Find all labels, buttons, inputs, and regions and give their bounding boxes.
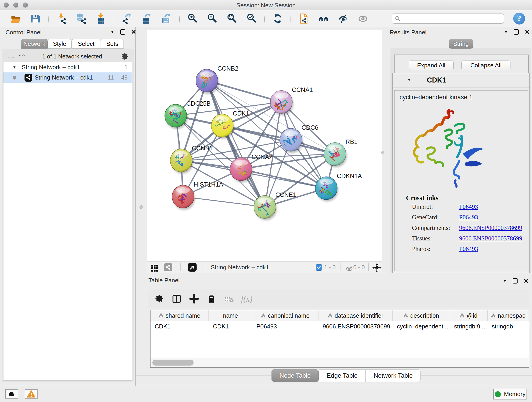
tab-edge-table[interactable]: Edge Table [319,370,366,382]
memory-button[interactable]: Memory [493,389,527,400]
table-panel: Table Panel ▼ ✕ f(x) [136,275,532,386]
column-header-name[interactable]: name [209,310,252,321]
tab-node-table[interactable]: Node Table [272,370,319,382]
network-edge[interactable] [183,197,265,207]
show-all-icon[interactable] [356,13,370,25]
column-header-description[interactable]: description [393,310,450,321]
export-table-icon[interactable] [140,13,153,25]
table-cell[interactable]: CDK1 [209,321,252,332]
crosslink-row: Pharos: P06493 [412,245,524,256]
selected-nodes-checkbox[interactable] [316,264,322,271]
save-session-icon[interactable] [28,13,42,25]
crosslink-link[interactable]: P06493 [459,203,478,211]
help-button[interactable]: ? [513,13,525,25]
crosslink-link[interactable]: P06493 [459,214,478,221]
warning-status-button[interactable] [25,389,38,399]
create-column-plus-icon[interactable] [189,294,199,304]
panel-close-icon[interactable]: ✕ [525,30,530,34]
panel-float-icon[interactable] [513,278,518,283]
export-image-icon[interactable] [159,13,173,25]
import-network-from-file-icon[interactable] [55,13,68,25]
table-cell[interactable]: P06493 [252,321,318,332]
tab-style[interactable]: Style [48,39,71,49]
crosslink-link[interactable]: 9606.ENSP00000378699 [459,224,522,231]
network-row[interactable]: String Network – cdk1 11 48 [3,72,132,83]
delete-columns-trash-icon[interactable] [206,294,217,304]
column-header-namespac[interactable]: namespac [488,310,529,321]
column-header-@id[interactable]: @id [450,310,488,321]
export-network-icon[interactable] [120,13,134,25]
network-collection-row[interactable]: ▼ String Network – cdk1 1 [3,62,132,72]
results-panel-title: Results Panel [390,29,426,36]
column-header-database-identifier[interactable]: database identifier [318,310,393,321]
tab-sets[interactable]: Sets [101,39,124,49]
network-node-rb1[interactable] [324,143,347,167]
network-node-ccna2[interactable] [230,158,255,182]
control-panel-title: Control Panel [6,29,42,36]
tab-select[interactable]: Select [71,39,101,49]
tab-network[interactable]: Network [21,39,48,49]
panel-close-icon[interactable]: ✕ [131,30,136,34]
import-network-from-database-icon[interactable] [74,13,88,25]
table-row[interactable]: CDK1CDK1P064939606.ENSP00000378699cyclin… [151,321,529,332]
apply-preferred-layout-icon[interactable] [271,13,285,25]
table-cell[interactable]: CDK1 [151,321,209,332]
zoom-out-icon[interactable] [205,13,219,25]
import-table-from-file-icon[interactable] [94,13,108,25]
panel-menu-icon[interactable]: ▼ [503,279,507,283]
network-node-ccne1[interactable] [250,196,277,220]
zoom-in-icon[interactable] [186,13,199,25]
new-network-from-selection-icon[interactable] [297,13,311,25]
cloud-status-button[interactable] [5,389,18,399]
panel-menu-icon[interactable]: ▼ [110,30,114,34]
crosslink-link[interactable]: 9606.ENSP00000378699 [459,235,522,242]
hide-selected-icon[interactable] [336,13,350,25]
panel-close-icon[interactable]: ✕ [524,279,529,283]
gear-icon [122,53,128,60]
table-cell[interactable]: 9606.ENSP00000378699 [318,321,393,332]
show-columns-icon[interactable] [171,294,182,304]
column-header-canonical-name[interactable]: canonical name [252,310,318,321]
tab-network-table[interactable]: Network Table [366,370,421,382]
table-cell[interactable]: stringdb [488,321,529,332]
scrollbar-thumb[interactable] [152,360,194,366]
birdseye-grid-icon[interactable] [149,262,160,273]
table-options-gear-icon[interactable] [154,294,165,304]
table-cell[interactable]: stringdb:9... [450,321,488,332]
search-box[interactable] [392,13,504,24]
cdk1-entry-header[interactable]: ▼ CDK1 [393,73,530,88]
collapse-all-button[interactable]: Collapse All [462,60,510,70]
network-node-cdkn1a[interactable] [314,177,338,201]
zoom-fit-content-icon[interactable] [225,13,239,25]
panel-float-icon[interactable] [514,29,519,35]
first-neighbors-icon[interactable] [317,13,330,25]
tab-string[interactable]: String [449,39,473,49]
open-session-icon[interactable] [9,13,22,25]
network-canvas[interactable]: CCNB2CCNA1CDC25BCDK1CDC6RB1CCNB1CCNA2CDK… [147,30,382,261]
delete-table-icon [224,294,234,304]
fit-selected-crosshair-icon[interactable] [372,262,382,273]
expand-all-button[interactable]: Expand All [409,60,454,70]
collapse-entry-icon[interactable]: ▼ [407,77,411,82]
network-node-ccna1[interactable] [270,90,293,115]
network-node-hist1h1a[interactable] [172,185,195,214]
table-horizontal-scrollbar[interactable] [151,358,529,367]
open-in-new-window-icon[interactable] [188,263,196,272]
left-splitter-handle[interactable] [139,205,143,209]
table-cell[interactable]: cyclin–dependent ... [393,321,450,332]
network-node-cdk1[interactable] [211,109,234,139]
network-node-cdc25b[interactable] [165,104,188,129]
toolbar-separator [291,13,291,24]
search-input[interactable] [401,15,498,22]
network-node-cdc6[interactable] [279,128,303,153]
network-options-gear-icon[interactable] [120,51,130,62]
expand-all-networks-icon[interactable]: ⌄⌄ [7,54,14,60]
collapse-all-networks-icon[interactable]: ⌃⌃ [18,54,25,60]
panel-menu-icon[interactable]: ▼ [504,30,508,34]
crosslink-link[interactable]: P06493 [459,245,478,253]
column-header-shared-name[interactable]: shared name [151,310,209,321]
panel-float-icon[interactable] [120,29,125,35]
zoom-selected-icon[interactable] [245,13,259,25]
network-node-ccnb2[interactable] [196,61,219,94]
expander-icon[interactable]: ▼ [13,65,16,70]
